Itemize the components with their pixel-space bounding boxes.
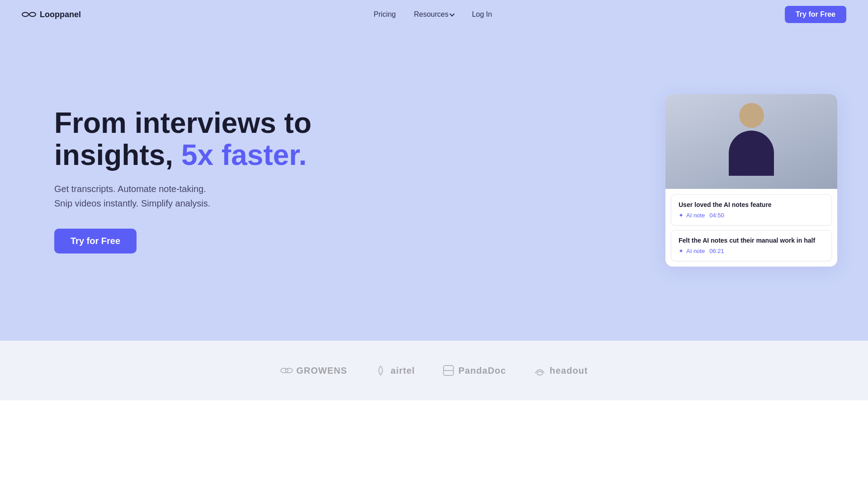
note-2-meta: ✦ AI note 06:21 <box>679 248 824 254</box>
nav-cta-button[interactable]: Try for Free <box>785 6 846 23</box>
note-1-text: User loved the AI notes feature <box>679 201 824 208</box>
hero-left: From interviews to insights, 5x faster. … <box>54 107 326 253</box>
logo-growens: GROWENS <box>280 364 348 377</box>
logo-pandadoc: PandaDoc <box>442 364 506 377</box>
svg-point-0 <box>22 13 28 17</box>
growens-icon <box>280 364 293 377</box>
navbar: Looppanel Pricing Resources Log In Try f… <box>0 0 868 29</box>
video-person <box>665 94 837 189</box>
note-1-time: 04:50 <box>709 212 724 219</box>
person-silhouette <box>724 103 778 180</box>
logo-airtel: airtel <box>374 364 415 377</box>
nav-links: Pricing Resources Log In <box>374 10 492 19</box>
demo-notes: User loved the AI notes feature ✦ AI not… <box>665 189 837 267</box>
note-1-label: AI note <box>686 212 705 219</box>
note-2-time: 06:21 <box>709 248 724 254</box>
note-card-2: Felt the AI notes cut their manual work … <box>671 230 832 261</box>
logo-headout: headout <box>533 364 588 377</box>
svg-point-3 <box>285 368 292 373</box>
note-2-text: Felt the AI notes cut their manual work … <box>679 237 824 244</box>
nav-resources[interactable]: Resources <box>414 10 453 19</box>
pandadoc-icon <box>442 364 455 377</box>
hero-right: User loved the AI notes feature ✦ AI not… <box>656 94 846 267</box>
logo-text: Looppanel <box>40 10 81 19</box>
demo-video <box>665 94 837 189</box>
logos-section: GROWENS airtel PandaDoc headout <box>0 341 868 400</box>
hero-cta-button[interactable]: Try for Free <box>54 229 137 253</box>
hero-headline: From interviews to insights, 5x faster. <box>54 107 326 171</box>
svg-point-1 <box>29 13 36 17</box>
person-head <box>739 103 764 128</box>
note-1-meta: ✦ AI note 04:50 <box>679 212 824 219</box>
logo-link[interactable]: Looppanel <box>22 10 81 19</box>
nav-login[interactable]: Log In <box>472 10 492 19</box>
airtel-icon <box>374 364 387 377</box>
note-card-1: User loved the AI notes feature ✦ AI not… <box>671 194 832 225</box>
person-body <box>729 131 774 176</box>
nav-pricing[interactable]: Pricing <box>374 10 396 19</box>
hero-subline: Get transcripts. Automate note-taking. S… <box>54 182 326 211</box>
svg-point-6 <box>537 371 542 375</box>
ai-sparkle-icon-2: ✦ <box>679 248 684 254</box>
chevron-down-icon <box>449 11 454 16</box>
note-2-label: AI note <box>686 248 705 254</box>
logo-icon <box>22 11 36 18</box>
hero-section: From interviews to insights, 5x faster. … <box>0 29 868 341</box>
demo-card: User loved the AI notes feature ✦ AI not… <box>665 94 837 267</box>
headout-icon <box>533 364 546 377</box>
ai-sparkle-icon: ✦ <box>679 212 684 219</box>
